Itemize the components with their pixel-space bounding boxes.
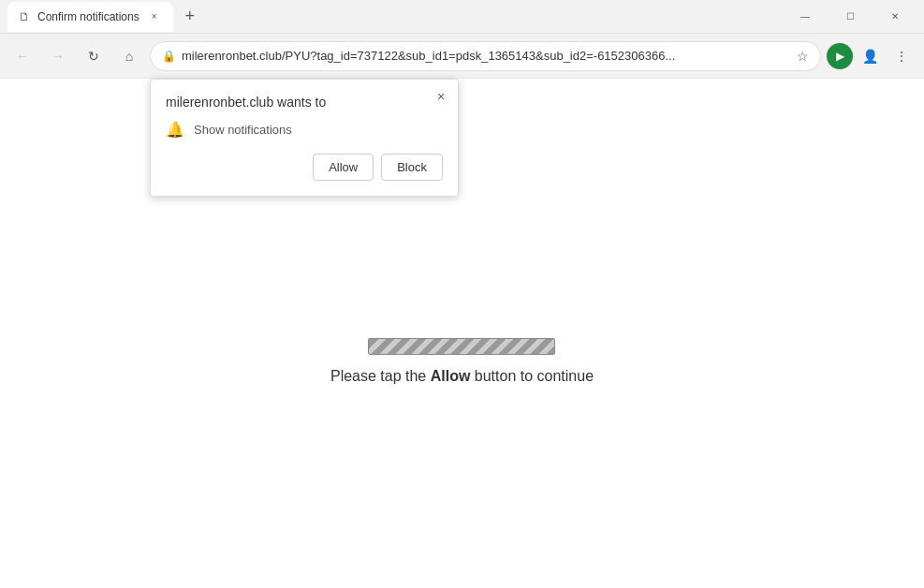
tab-title: Confirm notifications <box>37 10 139 23</box>
browser-content: milerenronbet.club wants to × 🔔 Show not… <box>0 79 924 588</box>
tab-close-button[interactable]: × <box>147 9 162 24</box>
play-icon: ▶ <box>836 50 844 63</box>
notification-popup: milerenronbet.club wants to × 🔔 Show not… <box>150 79 459 197</box>
tab-area: 🗋 Confirm notifications × + <box>7 2 784 32</box>
forward-button[interactable]: → <box>43 41 73 71</box>
new-tab-button[interactable]: + <box>177 4 203 30</box>
popup-permission-row: 🔔 Show notifications <box>166 121 443 139</box>
home-button[interactable]: ⌂ <box>114 41 144 71</box>
title-bar: 🗋 Confirm notifications × + — ☐ ✕ <box>0 0 924 34</box>
popup-close-button[interactable]: × <box>432 87 450 106</box>
active-tab[interactable]: 🗋 Confirm notifications × <box>7 2 173 32</box>
progress-bar <box>368 338 555 355</box>
menu-icon: ⋮ <box>895 49 908 64</box>
page-message: Please tap the Allow button to continue <box>330 368 594 385</box>
close-window-button[interactable]: ✕ <box>873 2 917 32</box>
popup-title: milerenronbet.club wants to <box>166 95 443 110</box>
window-controls: — ☐ ✕ <box>784 2 917 32</box>
message-allow-bold: Allow <box>431 368 471 384</box>
allow-button[interactable]: Allow <box>313 154 374 181</box>
cast-button[interactable]: ▶ <box>827 43 853 69</box>
lock-icon: 🔒 <box>162 50 176 63</box>
tab-page-icon: 🗋 <box>19 10 30 23</box>
popup-permission-text: Show notifications <box>194 123 292 137</box>
block-button[interactable]: Block <box>381 154 443 181</box>
profile-button[interactable]: 👤 <box>855 41 885 71</box>
back-button[interactable]: ← <box>7 41 37 71</box>
popup-buttons: Allow Block <box>166 154 443 181</box>
bell-icon: 🔔 <box>166 121 184 139</box>
address-bar: ← → ↻ ⌂ 🔒 milerenronbet.club/PYU?tag_id=… <box>0 34 924 79</box>
profile-icon: 👤 <box>862 49 878 64</box>
minimize-button[interactable]: — <box>784 2 827 32</box>
url-bar[interactable]: 🔒 milerenronbet.club/PYU?tag_id=737122&s… <box>150 41 821 71</box>
url-text: milerenronbet.club/PYU?tag_id=737122&sub… <box>182 49 791 63</box>
maximize-button[interactable]: ☐ <box>829 2 872 32</box>
toolbar-right: ▶ 👤 ⋮ <box>827 41 917 71</box>
message-prefix: Please tap the <box>330 368 431 384</box>
page-content: Please tap the Allow button to continue <box>330 338 594 385</box>
refresh-button[interactable]: ↻ <box>79 41 109 71</box>
bookmark-icon[interactable]: ☆ <box>797 49 809 64</box>
menu-button[interactable]: ⋮ <box>887 41 917 71</box>
message-suffix: button to continue <box>470 368 594 384</box>
